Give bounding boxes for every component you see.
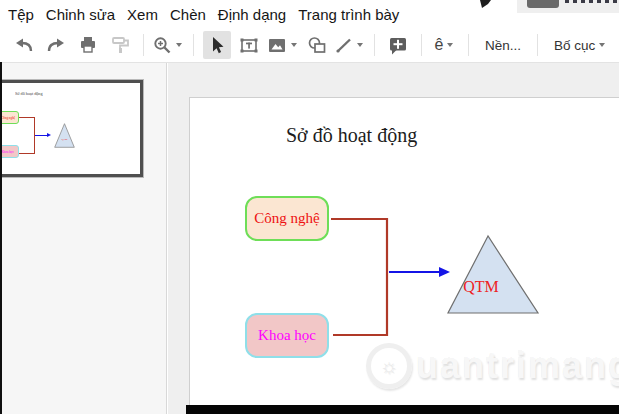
toolbar: ê Nền... Bố cục [0,28,619,63]
toolbar-separator [468,34,469,56]
menu-edit[interactable]: Chỉnh sửa [40,6,121,23]
comment-icon [388,36,408,55]
toolbar-separator [193,34,194,56]
text-box-button[interactable] [235,31,263,59]
menu-view[interactable]: Xem [121,6,164,23]
line-icon [335,36,353,54]
cutoff-top-bar [517,0,619,13]
redo-icon [46,37,66,54]
special-characters-button[interactable]: ê [431,31,459,59]
redo-button[interactable] [42,31,70,59]
image-caret-icon [291,43,297,47]
image-icon [267,37,287,54]
menu-file[interactable]: Tệp [2,6,40,23]
cutoff-dashed-edge [565,0,617,3]
slide-thumbnail[interactable]: Sở đồ hoạt động Công nghệ Khoa học QTM [0,80,143,177]
insert-image-button[interactable] [267,31,299,59]
slide-page[interactable]: Sở đồ hoạt động Công nghệ Khoa học QTM ☼… [189,97,619,407]
layout-button[interactable]: Bố cục [545,31,614,59]
shape-icon [307,36,327,54]
print-button[interactable] [74,31,102,59]
menu-format[interactable]: Định dạng [212,6,292,23]
layout-caret-icon [599,43,605,47]
zoom-button[interactable] [153,31,184,59]
toolbar-separator [537,34,538,56]
undo-button[interactable] [10,31,38,59]
undo-icon [14,37,34,54]
thumbnail-arrowhead [47,133,51,137]
special-char-caret-icon [447,43,453,47]
text-box-icon [239,36,259,55]
bottom-crop-strip [186,405,619,414]
thumbnail-connector [19,117,35,118]
insert-comment-button[interactable] [384,31,412,59]
select-cursor-icon [208,36,226,55]
watermark-text: uantrimang [416,345,619,387]
menu-insert[interactable]: Chèn [164,6,212,23]
thumbnail-box-khoa-hoc: Khoa học [0,145,19,158]
editing-canvas: Sở đồ hoạt động Công nghệ Khoa học QTM ☼… [168,63,619,414]
print-icon [78,36,98,54]
shape-tool-button[interactable] [303,31,331,59]
slides-app-window: Tệp Chỉnh sửa Xem Chèn Định dạng Trang t… [0,0,619,414]
special-char-glyph: ê [435,36,444,54]
menu-slide[interactable]: Trang trình bày [292,6,405,23]
background-button[interactable]: Nền... [476,31,530,59]
thumbnail-triangle: QTM [54,123,75,148]
blue-arrowhead [439,267,450,277]
left-crop-edge [0,62,2,414]
zoom-caret-icon [176,43,182,47]
thumbnail-title: Sở đồ hoạt động [15,91,43,95]
red-connector-line[interactable] [331,219,387,335]
slide-filmstrip-panel: Sở đồ hoạt động Công nghệ Khoa học QTM [0,63,167,414]
layout-button-label: Bố cục [554,38,595,53]
quantrimang-watermark: ☼ uantrimang [366,343,619,389]
toolbar-separator [143,34,144,56]
thumbnail-connector [19,153,35,154]
paint-format-icon [111,36,130,54]
paint-format-button[interactable] [106,31,134,59]
zoom-in-icon [153,36,172,55]
select-tool-button[interactable] [203,31,231,59]
line-tool-button[interactable] [335,31,365,59]
toolbar-separator [374,34,375,56]
thumbnail-box-cong-nghe: Công nghệ [0,111,19,124]
lightbulb-icon: ☼ [366,343,412,389]
toolbar-separator [421,34,422,56]
triangle-shape-qtm[interactable] [448,236,538,313]
line-caret-icon [357,43,363,47]
cutoff-button-fragment [527,0,559,8]
triangle-qtm-label: QTM [459,278,503,296]
cursor-artifact-icon [480,0,492,9]
